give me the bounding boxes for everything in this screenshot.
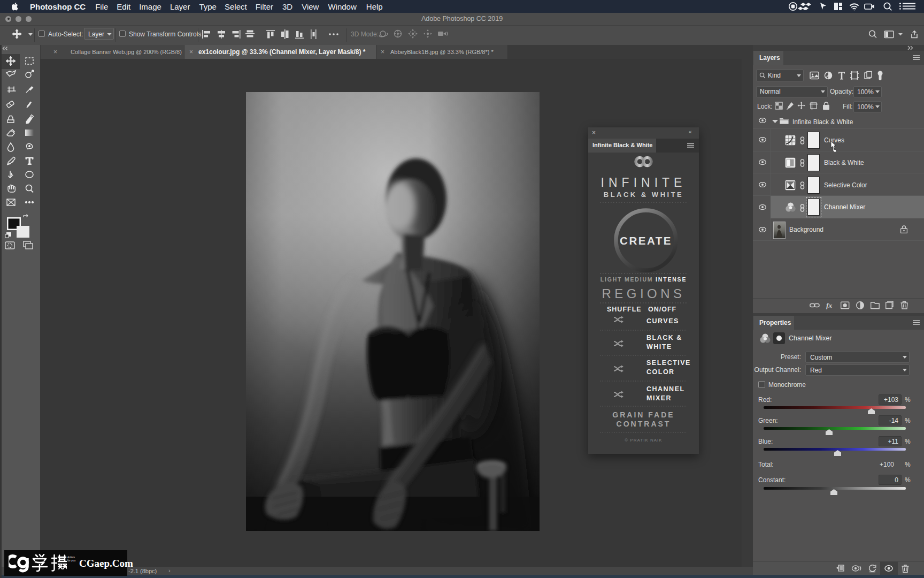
svg-text:REGIONS: REGIONS xyxy=(602,286,685,301)
svg-text:SHUFFLE: SHUFFLE xyxy=(607,306,642,313)
svg-text:LIGHT MEDIUM INTENSE: LIGHT MEDIUM INTENSE xyxy=(600,276,687,283)
svg-text:MIXER: MIXER xyxy=(646,394,672,402)
svg-text:BLACK & WHITE: BLACK & WHITE xyxy=(604,191,684,199)
svg-text:CREATE: CREATE xyxy=(620,234,672,247)
svg-text:GRAIN FADE: GRAIN FADE xyxy=(612,410,674,419)
svg-text:fx: fx xyxy=(826,301,832,309)
svg-text:WHITE: WHITE xyxy=(646,343,672,351)
svg-text:SELECTIVE: SELECTIVE xyxy=(646,359,691,367)
svg-text:INFINITE: INFINITE xyxy=(601,176,687,189)
svg-text:BLACK &: BLACK & xyxy=(646,334,682,341)
svg-text:CURVES: CURVES xyxy=(646,317,679,325)
svg-text:CHANNEL: CHANNEL xyxy=(646,385,685,393)
svg-text:COLOR: COLOR xyxy=(646,368,675,376)
svg-text:ON/OFF: ON/OFF xyxy=(648,306,676,313)
svg-text:CONTRAST: CONTRAST xyxy=(617,420,671,428)
